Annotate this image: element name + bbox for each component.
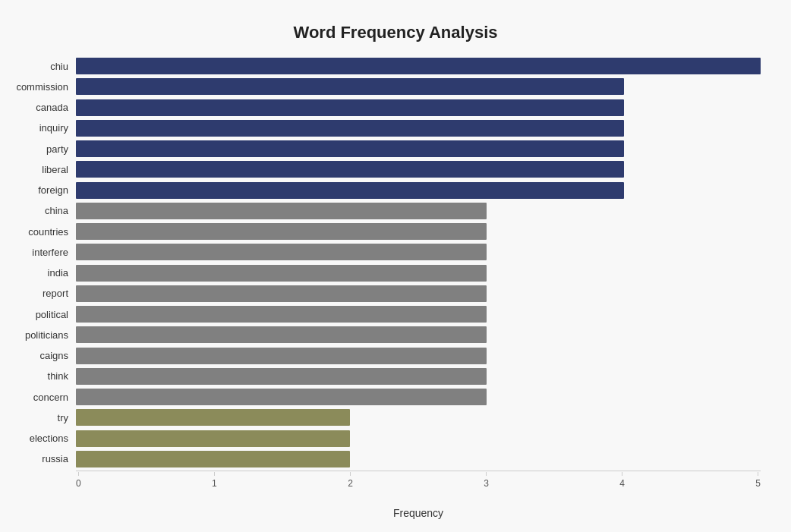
bar-track	[76, 348, 761, 364]
bar-label: report	[8, 288, 76, 299]
bar-track	[76, 161, 761, 178]
x-tick-line	[486, 472, 487, 476]
bar-row: elections	[76, 430, 761, 447]
bar-row: concern	[76, 389, 761, 405]
chart-title: Word Frequency Analysis	[30, 23, 761, 42]
x-tick-line	[758, 472, 758, 476]
bar-row: liberal	[76, 161, 761, 178]
bar-row: party	[76, 140, 761, 157]
x-tick: 1	[212, 472, 217, 489]
bar-row: foreign	[76, 182, 761, 199]
bar-fill	[76, 78, 624, 95]
bar-row: india	[76, 265, 761, 282]
x-tick-line	[350, 472, 351, 476]
bar-fill	[76, 182, 624, 199]
bar-track	[76, 203, 761, 219]
x-tick-label: 4	[619, 478, 625, 489]
bar-track	[76, 326, 761, 343]
bar-track	[76, 223, 761, 240]
bar-fill	[76, 58, 761, 74]
bar-label: politicians	[8, 329, 76, 341]
x-axis-line	[76, 471, 761, 471]
bar-track	[76, 265, 761, 282]
bar-row: political	[76, 306, 761, 323]
x-axis: 012345	[76, 471, 761, 501]
bar-label: inquiry	[8, 122, 76, 134]
x-tick-label: 5	[755, 478, 761, 489]
bar-track	[76, 120, 761, 137]
bar-row: chiu	[76, 58, 761, 74]
bar-fill	[76, 120, 624, 137]
bar-row: inquiry	[76, 120, 761, 137]
bar-fill	[76, 389, 487, 405]
bar-track	[76, 182, 761, 199]
bar-track	[76, 368, 761, 385]
bar-label: party	[8, 143, 76, 155]
bar-label: think	[8, 370, 76, 382]
x-ticks: 012345	[76, 472, 761, 489]
bar-row: china	[76, 203, 761, 219]
bar-fill	[76, 368, 487, 385]
bar-fill	[76, 285, 487, 302]
bar-fill	[76, 451, 350, 467]
bar-label: chiu	[8, 61, 76, 72]
bar-label: elections	[8, 433, 76, 444]
bar-fill	[76, 140, 624, 157]
bar-row: interfere	[76, 244, 761, 260]
bar-label: interfere	[8, 247, 76, 258]
bar-row: canada	[76, 99, 761, 116]
bar-row: report	[76, 285, 761, 302]
bar-track	[76, 78, 761, 95]
bar-label: china	[8, 205, 76, 216]
x-tick: 0	[76, 472, 81, 489]
bar-row: politicians	[76, 326, 761, 343]
bar-track	[76, 99, 761, 116]
bar-track	[76, 58, 761, 74]
bar-track	[76, 140, 761, 157]
bar-row: countries	[76, 223, 761, 240]
bar-fill	[76, 244, 487, 260]
bar-track	[76, 285, 761, 302]
bars-wrapper: chiucommissioncanadainquirypartyliberalf…	[76, 58, 761, 467]
bar-track	[76, 430, 761, 447]
x-axis-label: Frequency	[76, 507, 761, 519]
bar-row: russia	[76, 451, 761, 467]
bar-track	[76, 306, 761, 323]
bar-label: foreign	[8, 184, 76, 196]
bar-fill	[76, 161, 624, 178]
bar-fill	[76, 409, 350, 426]
bar-fill	[76, 306, 487, 323]
x-tick-label: 1	[212, 478, 217, 489]
bar-row: commission	[76, 78, 761, 95]
x-tick: 4	[619, 472, 625, 489]
x-tick-line	[78, 472, 79, 476]
bar-label: concern	[8, 392, 76, 403]
x-tick-line	[622, 472, 622, 476]
bar-label: caigns	[8, 350, 76, 361]
bar-row: caigns	[76, 348, 761, 364]
bar-fill	[76, 326, 487, 343]
bar-track	[76, 244, 761, 260]
bar-label: india	[8, 267, 76, 279]
bar-fill	[76, 223, 487, 240]
bar-label: political	[8, 309, 76, 320]
bar-track	[76, 389, 761, 405]
x-tick-line	[214, 472, 215, 476]
chart-area: chiucommissioncanadainquirypartyliberalf…	[76, 58, 761, 498]
chart-container: Word Frequency Analysis chiucommissionca…	[0, 0, 791, 532]
x-tick: 5	[755, 472, 761, 489]
bar-row: think	[76, 368, 761, 385]
bar-label: commission	[8, 81, 76, 93]
x-tick-label: 2	[348, 478, 353, 489]
bar-fill	[76, 348, 487, 364]
bar-label: liberal	[8, 164, 76, 175]
bar-fill	[76, 99, 624, 116]
bar-label: canada	[8, 102, 76, 113]
bar-fill	[76, 265, 487, 282]
bar-row: try	[76, 409, 761, 426]
x-tick-label: 3	[484, 478, 489, 489]
bar-track	[76, 409, 761, 426]
bar-label: try	[8, 412, 76, 423]
bar-fill	[76, 203, 487, 219]
x-tick: 3	[484, 472, 489, 489]
